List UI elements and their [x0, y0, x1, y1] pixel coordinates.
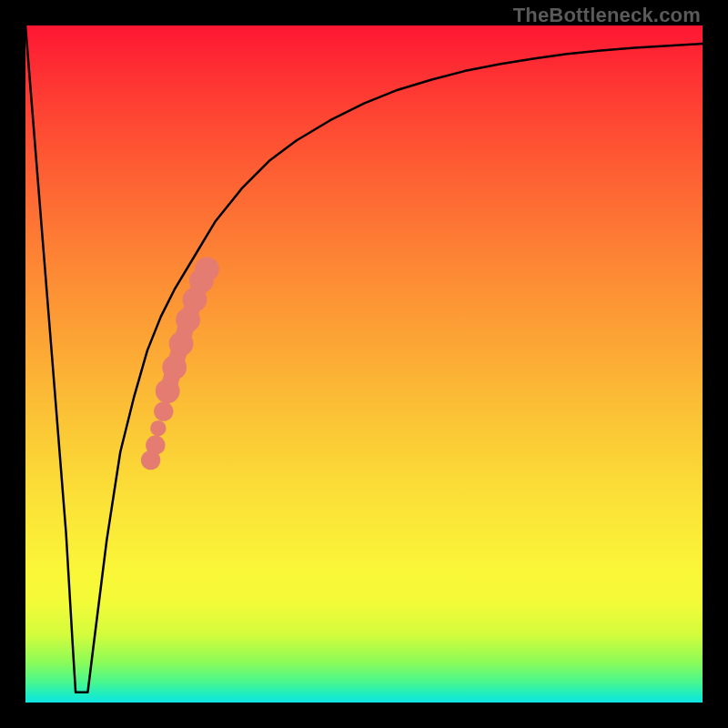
- bottleneck-curve: [25, 25, 703, 693]
- highlight-marker: [169, 331, 194, 356]
- plot-area: [25, 25, 703, 703]
- highlight-marker: [195, 257, 219, 281]
- highlight-marker: [162, 355, 187, 379]
- highlight-marker: [156, 379, 180, 403]
- attribution-label: TheBottleneck.com: [513, 4, 701, 27]
- highlight-marker: [154, 401, 173, 420]
- curve-layer: [25, 25, 703, 703]
- chart-frame: TheBottleneck.com: [0, 0, 728, 728]
- highlight-marker: [150, 420, 166, 436]
- highlight-marker: [146, 436, 165, 455]
